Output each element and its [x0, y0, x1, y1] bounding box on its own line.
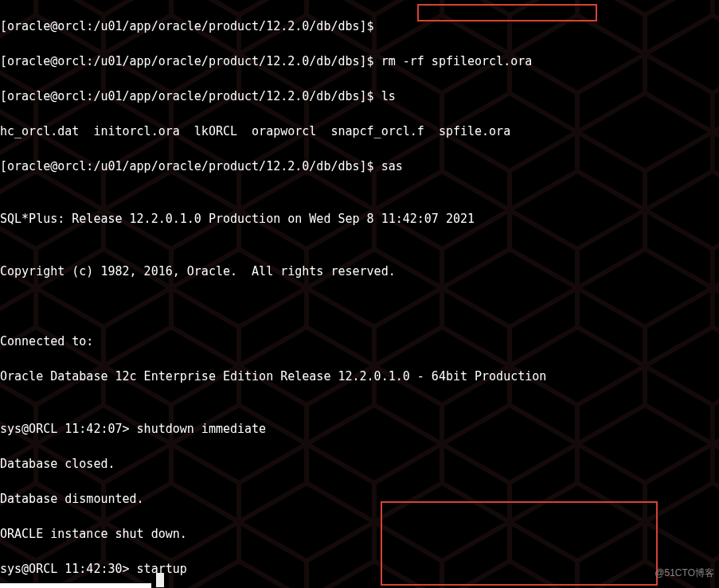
connected-to: Connected to:: [0, 333, 719, 350]
cmd-rm: rm -rf spfileorcl.ora: [381, 54, 533, 68]
out-instance-shutdown: ORACLE instance shut down.: [0, 525, 719, 543]
sqlplus-banner: SQL*Plus: Release 12.2.0.1.0 Production …: [0, 210, 719, 228]
sql-line-startup: sys@ORCL 11:42:30> startup: [0, 560, 719, 578]
ls-output: hc_orcl.dat initorcl.ora lkORCL orapworc…: [0, 123, 719, 140]
bottom-white-strip: [0, 583, 151, 588]
cmd-sas: sas: [381, 159, 403, 173]
out-db-closed: Database closed.: [0, 455, 719, 473]
terminal-output: [oracle@orcl:/u01/app/oracle/product/12.…: [0, 0, 719, 588]
prev-cmd-line: [oracle@orcl:/u01/app/oracle/product/12.…: [0, 18, 719, 35]
copyright-line: Copyright (c) 1982, 2016, Oracle. All ri…: [0, 263, 719, 280]
shell-prompt: [oracle@orcl:/u01/app/oracle/product/12.…: [0, 159, 374, 173]
sql-prompt: sys@ORCL 11:42:07>: [0, 422, 137, 436]
watermark-text: @51CTO博客: [655, 564, 714, 582]
shell-prompt: [oracle@orcl:/u01/app/oracle/product/12.…: [0, 54, 374, 68]
out-db-dismounted: Database dismounted.: [0, 490, 719, 508]
shell-line-rm: [oracle@orcl:/u01/app/oracle/product/12.…: [0, 53, 719, 70]
shell-line-ls: [oracle@orcl:/u01/app/oracle/product/12.…: [0, 88, 719, 105]
cursor-icon: [156, 573, 164, 587]
sql-prompt: sys@ORCL 11:42:30>: [0, 562, 137, 576]
shell-line-sas: [oracle@orcl:/u01/app/oracle/product/12.…: [0, 158, 719, 175]
db-edition: Oracle Database 12c Enterprise Edition R…: [0, 368, 719, 385]
sql-line-shutdown: sys@ORCL 11:42:07> shutdown immediate: [0, 420, 719, 438]
shell-prompt: [oracle@orcl:/u01/app/oracle/product/12.…: [0, 89, 374, 103]
cmd-ls: ls: [381, 89, 396, 103]
cmd-shutdown: shutdown immediate: [137, 422, 267, 436]
